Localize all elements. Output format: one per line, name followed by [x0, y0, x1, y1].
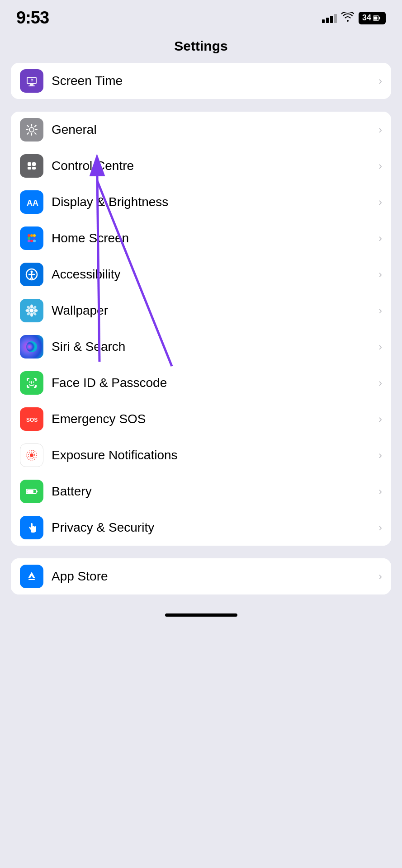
general-chevron: › [378, 123, 382, 136]
battery-level: 34 [362, 13, 371, 23]
siri-icon [20, 335, 43, 359]
row-control-centre[interactable]: Control Centre › [11, 148, 391, 184]
row-display-brightness[interactable]: AA Display & Brightness › [11, 184, 391, 220]
exposure-chevron: › [378, 449, 382, 462]
screen-time-icon: ⏱ [20, 69, 43, 93]
home-bar [165, 613, 237, 617]
svg-rect-9 [32, 162, 36, 166]
accessibility-chevron: › [378, 268, 382, 281]
general-icon [20, 118, 43, 142]
svg-point-17 [30, 237, 33, 240]
page-title: Settings [174, 38, 227, 54]
svg-point-21 [33, 240, 36, 242]
svg-point-39 [33, 382, 34, 383]
svg-text:SOS: SOS [26, 417, 38, 423]
row-app-store[interactable]: App Store › [11, 558, 391, 594]
svg-point-13 [28, 234, 30, 237]
svg-point-18 [33, 237, 36, 240]
emergency-sos-label: Emergency SOS [52, 412, 375, 426]
svg-point-31 [26, 309, 30, 312]
general-label: General [52, 123, 375, 137]
svg-point-30 [30, 313, 33, 317]
home-screen-label: Home Screen [52, 231, 375, 245]
svg-rect-10 [28, 167, 31, 170]
display-brightness-icon: AA [20, 190, 43, 214]
battery-label: Battery [52, 484, 375, 499]
app-store-icon [20, 565, 43, 588]
svg-rect-2 [374, 16, 378, 19]
svg-point-15 [33, 234, 36, 237]
row-exposure[interactable]: Exposure Notifications › [11, 437, 391, 473]
page-title-container: Settings [0, 32, 402, 63]
battery-setting-icon [20, 480, 43, 503]
svg-point-19 [28, 240, 30, 242]
home-screen-chevron: › [378, 232, 382, 245]
wifi-icon [341, 12, 354, 24]
row-face-id[interactable]: Face ID & Passcode › [11, 365, 391, 401]
exposure-icon [20, 443, 43, 467]
signal-icon [322, 13, 337, 23]
status-bar: 9:53 34 [0, 0, 402, 32]
privacy-security-label: Privacy & Security [52, 520, 375, 535]
svg-rect-4 [30, 84, 33, 85]
row-screen-time[interactable]: ⏱ Screen Time › [11, 63, 391, 99]
svg-point-14 [30, 234, 33, 237]
svg-point-37 [26, 341, 37, 352]
row-accessibility[interactable]: Accessibility › [11, 256, 391, 292]
svg-rect-5 [28, 85, 35, 86]
row-home-screen[interactable]: Home Screen › [11, 220, 391, 256]
row-battery[interactable]: Battery › [11, 473, 391, 509]
svg-rect-1 [379, 17, 380, 19]
home-screen-icon [20, 226, 43, 250]
control-centre-icon [20, 154, 43, 178]
siri-search-chevron: › [378, 340, 382, 353]
svg-rect-8 [28, 162, 31, 166]
svg-rect-47 [27, 490, 33, 493]
screen-time-label: Screen Time [52, 74, 375, 88]
emergency-sos-chevron: › [378, 413, 382, 425]
row-wallpaper[interactable]: Wallpaper › [11, 292, 391, 329]
exposure-label: Exposure Notifications [52, 448, 375, 462]
row-privacy-security[interactable]: Privacy & Security › [11, 509, 391, 546]
battery-chevron: › [378, 485, 382, 498]
face-id-icon [20, 371, 43, 395]
row-general[interactable]: General › [11, 112, 391, 148]
accessibility-icon [20, 263, 43, 286]
row-emergency-sos[interactable]: SOS Emergency SOS › [11, 401, 391, 437]
svg-line-27 [32, 277, 33, 279]
privacy-security-chevron: › [378, 521, 382, 534]
app-store-chevron: › [378, 570, 382, 583]
svg-text:⏱: ⏱ [30, 78, 33, 82]
app-store-label: App Store [52, 569, 375, 584]
svg-rect-46 [36, 491, 38, 492]
screen-time-chevron: › [378, 75, 382, 87]
section-screen-time: ⏱ Screen Time › [11, 63, 391, 99]
siri-search-label: Siri & Search [52, 340, 375, 354]
wallpaper-label: Wallpaper [52, 303, 375, 318]
status-icons: 34 [322, 12, 386, 24]
wallpaper-icon [20, 299, 43, 322]
svg-text:AA: AA [27, 198, 38, 208]
svg-point-32 [34, 309, 38, 312]
svg-point-38 [29, 382, 31, 383]
face-id-chevron: › [378, 377, 382, 389]
emergency-sos-icon: SOS [20, 407, 43, 431]
display-brightness-chevron: › [378, 196, 382, 208]
row-siri-search[interactable]: Siri & Search › [11, 329, 391, 365]
svg-point-29 [30, 305, 33, 309]
face-id-label: Face ID & Passcode [52, 376, 375, 390]
control-centre-label: Control Centre [52, 159, 375, 173]
svg-point-28 [30, 309, 33, 312]
status-time: 9:53 [16, 8, 49, 28]
svg-point-16 [28, 237, 30, 240]
home-bar-container [0, 607, 402, 626]
wallpaper-chevron: › [378, 304, 382, 317]
accessibility-label: Accessibility [52, 267, 375, 282]
svg-point-42 [30, 453, 33, 457]
section-general: General › Control Centre › AA Display & … [11, 112, 391, 546]
svg-point-20 [30, 240, 33, 242]
section-app-store: App Store › [11, 558, 391, 594]
control-centre-chevron: › [378, 160, 382, 172]
display-brightness-label: Display & Brightness [52, 195, 375, 209]
privacy-security-icon [20, 516, 43, 539]
